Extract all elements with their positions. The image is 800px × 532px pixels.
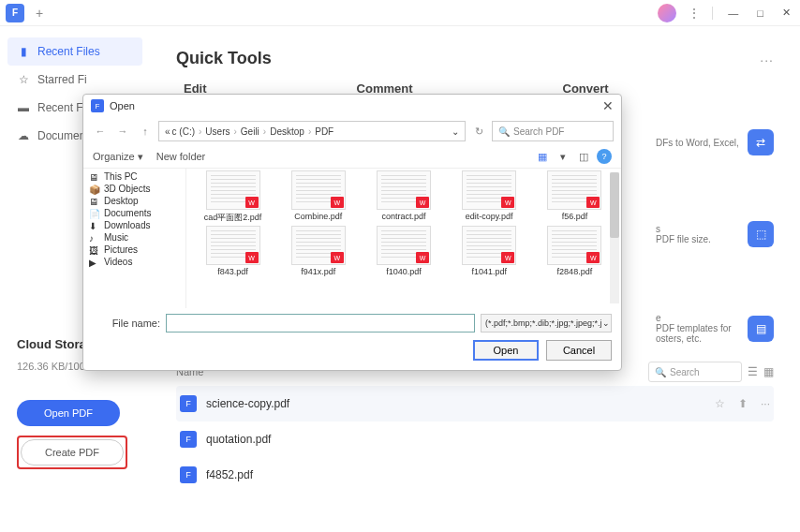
- view-dropdown-icon[interactable]: ▾: [556, 149, 570, 164]
- file-thumb[interactable]: Wedit-copy.pdf: [449, 170, 530, 224]
- new-folder-button[interactable]: New folder: [156, 151, 206, 162]
- file-name: science-copy.pdf: [206, 397, 289, 410]
- compress-icon[interactable]: ⬚: [748, 221, 774, 247]
- open-pdf-button[interactable]: Open PDF: [17, 400, 120, 426]
- file-thumb[interactable]: Wf941x.pdf: [277, 226, 359, 276]
- scroll-thumb[interactable]: [610, 172, 619, 238]
- tree-item-downloads[interactable]: ⬇Downloads: [87, 219, 185, 231]
- pdf-icon: F: [180, 466, 197, 483]
- filename-label: File name:: [93, 318, 160, 329]
- file-icon: ▮: [17, 45, 30, 58]
- file-thumb[interactable]: Wcontract.pdf: [363, 170, 444, 224]
- up-button[interactable]: ↑: [136, 122, 155, 140]
- sidebar-item-starred[interactable]: ☆ Starred Fi: [7, 66, 142, 94]
- filename-input[interactable]: [166, 314, 475, 332]
- open-file-dialog: F Open ✕ ← → ↑ « c (C:)› Users› Geili› D…: [82, 94, 622, 371]
- forward-button[interactable]: →: [113, 122, 132, 140]
- file-thumb[interactable]: Wf1040.pdf: [363, 226, 444, 276]
- cloud-icon: ☁: [17, 129, 30, 142]
- search-input[interactable]: 🔍 Search: [648, 362, 742, 382]
- avatar[interactable]: [658, 4, 676, 22]
- create-pdf-button[interactable]: Create PDF: [21, 439, 124, 466]
- maximize-button[interactable]: □: [753, 7, 767, 19]
- tree-item-desktop[interactable]: 🖥Desktop: [87, 195, 185, 207]
- tool-desc: DFs to Word, Excel,: [656, 138, 740, 148]
- folder-tree[interactable]: 🖥This PC 📦3D Objects 🖥Desktop 📄Documents…: [83, 169, 186, 308]
- create-pdf-highlight: Create PDF: [17, 436, 127, 469]
- tree-item-videos[interactable]: ▶Videos: [87, 256, 185, 268]
- tree-item-music[interactable]: ♪Music: [87, 231, 185, 244]
- tree-item-pictures[interactable]: 🖼Pictures: [87, 244, 185, 256]
- open-button[interactable]: Open: [473, 340, 539, 361]
- sidebar-label: Recent Files: [37, 45, 100, 58]
- search-icon: 🔍: [655, 367, 666, 377]
- search-icon: 🔍: [498, 126, 510, 137]
- menu-dots[interactable]: ⋮: [688, 6, 701, 21]
- breadcrumb[interactable]: « c (C:)› Users› Geili› Desktop› PDF ⌄: [158, 121, 466, 141]
- file-thumb[interactable]: Wf2848.pdf: [534, 226, 615, 276]
- page-title: Quick Tools: [176, 49, 774, 68]
- more-button[interactable]: ···: [760, 52, 774, 67]
- star-icon[interactable]: ☆: [715, 397, 725, 410]
- titlebar: F + ⋮ — □ ✕: [0, 0, 800, 26]
- template-icon[interactable]: ▤: [748, 316, 774, 342]
- tool-desc: e PDF templates for osters, etc.: [656, 313, 740, 344]
- back-button[interactable]: ←: [91, 122, 110, 140]
- close-button[interactable]: ✕: [778, 7, 794, 19]
- tree-item-this-pc[interactable]: 🖥This PC: [87, 170, 185, 183]
- dialog-search-input[interactable]: 🔍 Search PDF: [492, 121, 614, 141]
- file-grid[interactable]: Wcad平面图2.pdfWCombine.pdfWcontract.pdfWed…: [186, 169, 621, 308]
- tree-item-documents[interactable]: 📄Documents: [87, 207, 185, 219]
- file-list: Name 🔍 Search ☰ ▦ F science-copy.pdf ☆ ⬆…: [176, 358, 774, 493]
- convert-icon[interactable]: ⇄: [748, 129, 774, 155]
- organize-menu[interactable]: Organize ▾: [93, 151, 143, 163]
- tool-desc: s PDF file size.: [656, 224, 740, 244]
- pdf-icon: F: [180, 431, 197, 448]
- folder-icon: ▬: [17, 101, 30, 114]
- tool-cards: DFs to Word, Excel, ⇄ s PDF file size. ⬚…: [656, 129, 774, 344]
- more-icon[interactable]: ···: [761, 397, 770, 410]
- sidebar-label: Documen: [37, 129, 85, 142]
- tree-item-3d[interactable]: 📦3D Objects: [87, 183, 185, 195]
- new-tab-button[interactable]: +: [32, 6, 47, 21]
- app-logo: F: [6, 4, 24, 22]
- preview-pane-icon[interactable]: ◫: [576, 149, 591, 164]
- pdf-icon: F: [180, 395, 197, 412]
- list-view-icon[interactable]: ☰: [748, 365, 758, 378]
- dialog-icon: F: [91, 99, 104, 112]
- sidebar-item-recent-files[interactable]: ▮ Recent Files: [7, 37, 142, 66]
- file-row[interactable]: F science-copy.pdf ☆ ⬆ ···: [176, 386, 774, 421]
- file-thumb[interactable]: WCombine.pdf: [277, 170, 359, 224]
- filetype-select[interactable]: (*.pdf;*.bmp;*.dib;*.jpg;*.jpeg;*.j⌄: [481, 314, 612, 332]
- dialog-close-button[interactable]: ✕: [602, 98, 614, 113]
- file-name: f4852.pdf: [206, 468, 253, 481]
- scrollbar[interactable]: [610, 172, 619, 303]
- file-thumb[interactable]: Wf843.pdf: [192, 226, 274, 276]
- minimize-button[interactable]: —: [724, 7, 742, 19]
- dialog-title: Open: [110, 100, 135, 111]
- grid-view-icon[interactable]: ▦: [763, 365, 774, 378]
- file-name: quotation.pdf: [206, 433, 271, 446]
- sidebar-label: Starred Fi: [37, 73, 87, 86]
- refresh-button[interactable]: ↻: [469, 122, 488, 140]
- file-row[interactable]: F quotation.pdf: [176, 421, 774, 457]
- file-row[interactable]: F f4852.pdf: [176, 457, 774, 493]
- view-mode-icon[interactable]: ▦: [535, 149, 550, 164]
- star-icon: ☆: [17, 73, 30, 86]
- cancel-button[interactable]: Cancel: [546, 340, 612, 361]
- help-icon[interactable]: ?: [597, 149, 612, 164]
- file-thumb[interactable]: Wf1041.pdf: [449, 226, 530, 276]
- upload-icon[interactable]: ⬆: [738, 397, 748, 410]
- file-thumb[interactable]: Wf56.pdf: [534, 170, 615, 224]
- file-thumb[interactable]: Wcad平面图2.pdf: [192, 170, 274, 224]
